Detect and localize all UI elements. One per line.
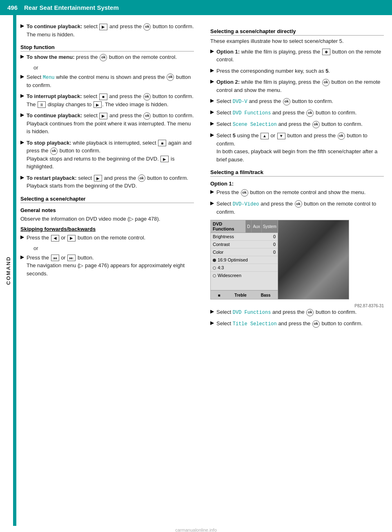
arrow-icon11: ▶ xyxy=(210,67,214,73)
play-btn5: ▶ xyxy=(94,175,102,181)
table-row: Contrast 0 xyxy=(211,241,278,248)
option1-text: Option 1: while the film is playing, pre… xyxy=(216,48,384,64)
dvd-fn-text: Select DVD Functions and press the ok bu… xyxy=(216,109,356,117)
play-btn2: ▶ xyxy=(94,101,102,108)
continue-playback-label: To continue playback: xyxy=(27,23,82,29)
dvd-fn2-colored: DVD Functions xyxy=(233,310,271,315)
bullet-option1: ▶ Option 1: while the film is playing, p… xyxy=(210,48,384,64)
arrow-icon: ▶ xyxy=(20,23,24,29)
col-d: D xyxy=(246,220,252,233)
stop-btn2: ■ xyxy=(158,140,166,146)
or-text-2: or xyxy=(33,245,194,251)
scene-sel-colored: Scene Selection xyxy=(233,122,277,127)
arrow-icon20: ▶ xyxy=(210,320,214,326)
restart-label: To restart playback: xyxy=(27,175,77,181)
sidebar-label: COMAND xyxy=(5,256,11,285)
ratio-wide: Widescreen xyxy=(211,272,278,279)
fwd-btn: ⏭ xyxy=(67,255,76,261)
arrow-icon16: ▶ xyxy=(210,132,214,138)
select5-text: Select 5 using the ▲ or ▼ button and pre… xyxy=(216,132,384,163)
skip-text: Press the ◀ or ▶ button on the remote co… xyxy=(27,234,145,242)
scene-directly-intro: These examples illustrate how to select … xyxy=(210,37,384,45)
bullet-select-menu: ▶ Select Menu while the control menu is … xyxy=(20,73,194,89)
arrow-icon9: ▶ xyxy=(20,254,24,260)
bullet-skip: ▶ Press the ◀ or ▶ button on the remote … xyxy=(20,234,194,242)
continue2-label: To continue playback: xyxy=(27,112,82,118)
interrupt-label: To interrupt playback: xyxy=(27,93,82,99)
ok-btn8: ok xyxy=(322,79,330,86)
bullet-restart: ▶ To restart playback: select ▶ and pres… xyxy=(20,174,194,190)
bullet-continue2: ▶ To continue playback: select ▶ and pre… xyxy=(20,112,194,136)
dvd-functions-table: DVD Functions D Aux System Brightness 0 … xyxy=(211,220,278,279)
dvd-functions-panel: DVD Functions D Aux System Brightness 0 … xyxy=(211,220,278,300)
table-header-row: DVD Functions D Aux System xyxy=(211,220,278,233)
bullet-show-menu: ▶ To show the menu: press the ok button … xyxy=(20,53,194,61)
table-row: Color 0 xyxy=(211,248,278,256)
ratio-dot-filled xyxy=(213,259,216,262)
selecting-scene-heading: Selecting a scene/chapter xyxy=(20,196,194,203)
arrow-icon10: ▶ xyxy=(210,48,214,54)
option2-text: Option 2: while the film is playing, pre… xyxy=(216,78,384,94)
bullet-stop: ▶ To stop playback: while playback is in… xyxy=(20,139,194,171)
stop-function-heading: Stop function xyxy=(20,44,194,51)
or-text-1: or xyxy=(33,65,194,71)
brightness-label: Brightness xyxy=(211,233,246,241)
five-label: 5 xyxy=(233,132,236,139)
bullet-option2: ▶ Option 2: while the film is playing, p… xyxy=(210,78,384,94)
ok-btn12: ok xyxy=(338,132,345,140)
bullet-scene-sel: ▶ Select Scene Selection and press the o… xyxy=(210,120,384,128)
arrow-icon5: ▶ xyxy=(20,112,24,118)
arrow-icon13: ▶ xyxy=(210,98,214,103)
table-row-ratio3: Widescreen xyxy=(211,272,278,279)
bullet-title-sel: ▶ Select Title Selection and press the o… xyxy=(210,320,384,328)
option1-film-label: Option 1: xyxy=(210,181,384,187)
bullet-dvd-fn2: ▶ Select DVD Functions and press the ok … xyxy=(210,308,384,316)
play-btn4: ▶ xyxy=(160,156,169,162)
dvdv-text: Select DVD-V and press the ok button to … xyxy=(216,97,333,105)
arrow-icon14: ▶ xyxy=(210,109,214,115)
arrow-icon2: ▶ xyxy=(20,54,24,59)
brightness-val: 0 xyxy=(246,233,278,241)
square-icon: ■ xyxy=(218,293,220,297)
select-menu-text: Select Menu while the control menu is sh… xyxy=(27,73,194,89)
skipping-heading: Skipping forwards/backwards xyxy=(20,226,194,232)
arrow-icon6: ▶ xyxy=(20,139,24,145)
ratio-43: 4:3 xyxy=(211,264,278,272)
ok-btn3: ok xyxy=(167,74,174,81)
bullet-dvdv: ▶ Select DVD-V and press the ok button t… xyxy=(210,97,384,105)
arrow-icon4: ▶ xyxy=(20,93,24,98)
ok-btn5: ok xyxy=(143,112,151,120)
continue2-text: To continue playback: select ▶ and press… xyxy=(27,112,194,136)
ok-btn7: ok xyxy=(138,174,145,182)
arrow-icon19: ▶ xyxy=(210,308,214,314)
title-sel-text: Select Title Selection and press the ok … xyxy=(216,320,363,328)
number-text: Press the corresponding number key, such… xyxy=(216,67,330,75)
ratio-169: 16:9 Optimised xyxy=(211,256,278,264)
bullet-nav: ▶ Press the ⏮ or ⏭ button. The navigatio… xyxy=(20,254,194,278)
dvd-fn2-text: Select DVD Functions and press the ok bu… xyxy=(216,308,356,316)
show-menu-label: To show the menu: xyxy=(27,54,74,60)
stop-btn: ■ xyxy=(99,94,107,100)
ratio-dot-empty1 xyxy=(213,266,216,270)
down-btn: ▼ xyxy=(277,133,285,139)
title-sel-colored: Title Selection xyxy=(233,321,277,327)
bullet-dvd-fn: ▶ Select DVD Functions and press the ok … xyxy=(210,109,384,117)
rew-btn: ⏮ xyxy=(51,255,59,261)
ok-btn6: ok xyxy=(50,148,58,155)
sidebar-accent xyxy=(13,15,16,526)
page-number: 496 xyxy=(7,4,18,11)
ratio-dot-empty2 xyxy=(213,274,216,277)
table-row-ratio2: 4:3 xyxy=(211,264,278,272)
dvd-fn-colored: DVD Functions xyxy=(233,110,271,116)
ok-btn: ok xyxy=(143,23,151,31)
dvd-video-colored: DVD-Video xyxy=(233,201,259,207)
contrast-val: 0 xyxy=(246,241,278,248)
film-track-heading: Selecting a film/track xyxy=(210,169,384,177)
bullet-continue-playback: ▶ To continue playback: select ▶ and pre… xyxy=(20,22,194,38)
bullet-select5: ▶ Select 5 using the ▲ or ▼ button and p… xyxy=(210,132,384,163)
option2-label: Option 2: xyxy=(216,79,240,85)
arrow-icon12: ▶ xyxy=(210,78,214,84)
ok-btn15: ok xyxy=(306,309,314,316)
header-title: Rear Seat Entertainment System xyxy=(24,4,119,11)
option1-label: Option 1: xyxy=(216,49,240,55)
